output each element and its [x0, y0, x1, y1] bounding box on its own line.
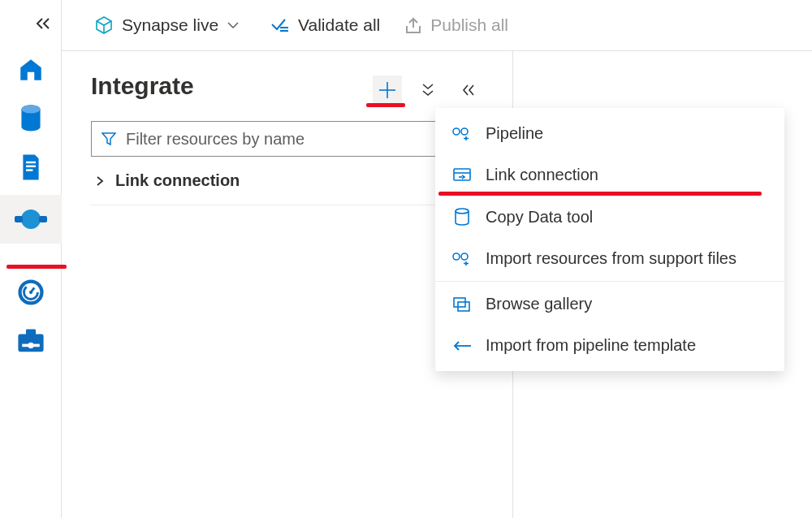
svg-point-33 — [461, 253, 468, 260]
nav-data[interactable] — [0, 94, 62, 143]
nav-expand-button[interactable] — [35, 18, 51, 32]
pipeline-icon — [451, 127, 473, 141]
menu-divider — [435, 281, 784, 282]
nav-manage[interactable] — [0, 317, 62, 365]
filter-resources-box[interactable] — [91, 121, 495, 157]
filter-resources-input[interactable] — [124, 129, 484, 149]
menu-item-import-resources[interactable]: Import resources from support files — [435, 238, 784, 279]
nav-develop[interactable] — [0, 143, 62, 192]
svg-point-26 — [461, 128, 468, 135]
import-resources-icon — [451, 252, 473, 266]
double-chevron-left-icon — [461, 84, 476, 97]
annotation-underline-add — [366, 103, 405, 107]
expand-all-button[interactable] — [413, 76, 443, 105]
svg-rect-14 — [26, 330, 36, 335]
double-chevron-down-icon — [421, 83, 434, 97]
svg-point-5 — [21, 209, 41, 229]
nav-home[interactable] — [0, 45, 62, 94]
svg-point-31 — [456, 209, 469, 214]
synapse-logo-icon — [94, 15, 114, 35]
menu-item-browse-gallery[interactable]: Browse gallery — [435, 283, 784, 325]
publish-all-button[interactable]: Publish all — [404, 15, 508, 35]
collapse-panel-button[interactable] — [454, 76, 483, 105]
nav-rail — [0, 0, 62, 518]
svg-rect-2 — [26, 162, 36, 163]
gallery-icon — [452, 296, 472, 313]
menu-item-pipeline[interactable]: Pipeline — [435, 113, 784, 154]
svg-rect-7 — [39, 216, 47, 222]
menu-item-label: Import from pipeline template — [486, 336, 696, 355]
plus-icon — [377, 80, 398, 101]
svg-rect-6 — [15, 216, 23, 222]
menu-item-import-template[interactable]: Import from pipeline template — [435, 325, 784, 366]
link-connection-icon — [452, 167, 472, 183]
menu-item-label: Browse gallery — [486, 295, 592, 313]
filter-icon — [102, 132, 116, 146]
manage-icon — [16, 328, 45, 354]
validate-all-label: Validate all — [298, 15, 380, 35]
menu-item-label: Copy Data tool — [486, 208, 593, 227]
validate-all-button[interactable]: Validate all — [270, 15, 380, 35]
tree-item-label: Link connection — [115, 171, 240, 190]
svg-point-25 — [453, 128, 460, 135]
menu-item-link-connection[interactable]: Link connection — [435, 154, 784, 196]
add-resource-menu: Pipeline Link connection Copy Data tool … — [435, 108, 784, 371]
copy-data-icon — [453, 207, 471, 227]
data-icon — [18, 104, 44, 133]
publish-all-label: Publish all — [430, 15, 508, 35]
validate-icon — [270, 17, 290, 33]
tree-item-link-connection[interactable]: Link connection — [91, 157, 495, 205]
menu-item-copy-data[interactable]: Copy Data tool — [435, 196, 784, 238]
svg-rect-4 — [26, 169, 32, 171]
integrate-icon — [13, 207, 49, 231]
nav-monitor[interactable] — [0, 268, 62, 317]
menu-item-label: Pipeline — [486, 124, 543, 143]
monitor-icon — [17, 278, 45, 306]
nav-integrate[interactable] — [0, 195, 62, 244]
svg-rect-3 — [26, 166, 36, 167]
publish-icon — [404, 16, 422, 34]
chevron-down-icon — [227, 21, 240, 29]
add-resource-button[interactable] — [373, 76, 402, 105]
menu-item-label: Import resources from support files — [486, 249, 736, 268]
workspace-mode-dropdown[interactable]: Synapse live — [94, 15, 240, 35]
svg-point-32 — [453, 253, 460, 260]
menu-item-label: Link connection — [486, 166, 598, 184]
workspace-mode-label: Synapse live — [122, 15, 218, 35]
svg-point-16 — [28, 343, 33, 348]
svg-marker-24 — [102, 133, 115, 145]
svg-point-1 — [21, 105, 40, 113]
top-toolbar: Synapse live Validate all Publish all — [62, 0, 812, 50]
import-template-icon — [451, 340, 473, 352]
caret-right-icon — [96, 175, 104, 187]
home-icon — [17, 56, 45, 84]
main-area: Synapse live Validate all Publish all — [62, 0, 812, 518]
develop-icon — [19, 153, 43, 182]
